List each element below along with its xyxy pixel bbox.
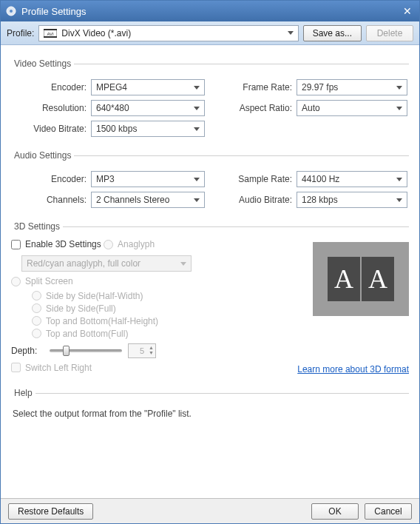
ok-label: OK: [328, 506, 341, 517]
aspect-label: Aspect Ratio:: [231, 103, 297, 113]
anaglyph-mode-combo: Red/cyan anaglyph, full color: [21, 255, 192, 272]
chevron-down-icon: [194, 127, 200, 131]
3d-legend: 3D Settings: [11, 221, 63, 232]
aspect-combo[interactable]: Auto: [297, 100, 407, 116]
framerate-combo[interactable]: 29.97 fps: [297, 79, 407, 95]
tab-full-label: Top and Bottom(Full): [46, 329, 128, 339]
profile-settings-dialog: Profile Settings ✕ Profile: AVI DivX Vid…: [0, 0, 420, 524]
channels-combo[interactable]: 2 Channels Stereo: [91, 192, 205, 208]
titlebar: Profile Settings ✕: [1, 1, 419, 21]
profile-combobox[interactable]: AVI DivX Video (*.avi): [38, 25, 298, 41]
enable-3d-checkbox[interactable]: [11, 240, 21, 249]
ok-button[interactable]: OK: [311, 503, 359, 520]
audio-encoder-combo[interactable]: MP3: [91, 171, 205, 187]
sbs-half-radio: [32, 291, 41, 300]
sbs-full-radio: [32, 303, 41, 313]
sbs-full-label: Side by Side(Full): [46, 303, 116, 314]
audio-bitrate-value: 128 kbps: [302, 195, 396, 205]
save-as-button[interactable]: Save as...: [303, 25, 362, 41]
video-bitrate-label: Video Bitrate:: [11, 124, 91, 134]
resolution-combo[interactable]: 640*480: [91, 100, 205, 116]
video-encoder-label: Encoder:: [11, 82, 91, 93]
audio-bitrate-combo[interactable]: 128 kbps: [297, 192, 407, 208]
help-message: Select the output format from the "Profi…: [11, 406, 409, 419]
delete-label: Delete: [377, 28, 403, 38]
sample-rate-label: Sample Rate:: [231, 174, 297, 184]
chevron-down-icon: [194, 107, 200, 110]
svg-point-1: [10, 10, 13, 13]
avi-format-icon: AVI: [44, 28, 57, 38]
restore-defaults-button[interactable]: Restore Defaults: [8, 503, 93, 520]
chevron-down-icon: [396, 107, 402, 110]
depth-value: 5: [140, 346, 144, 355]
channels-value: 2 Channels Stereo: [96, 195, 194, 205]
chevron-down-icon: [194, 198, 200, 202]
audio-encoder-value: MP3: [96, 174, 194, 184]
switch-lr-label: Switch Left Right: [25, 363, 92, 373]
aspect-value: Auto: [302, 103, 396, 113]
chevron-down-icon: [396, 178, 402, 181]
tab-half-radio: [32, 316, 41, 326]
app-icon: [5, 5, 17, 17]
framerate-label: Frame Rate:: [231, 82, 297, 93]
svg-rect-4: [44, 36, 57, 38]
3d-preview: A A: [313, 242, 409, 316]
content-area: Video Settings Encoder: MPEG4 Frame Rate…: [1, 45, 419, 498]
help-group: Help Select the output format from the "…: [11, 388, 409, 423]
profile-label: Profile:: [7, 28, 34, 38]
slider-thumb[interactable]: [63, 346, 70, 356]
depth-slider[interactable]: [50, 349, 122, 352]
framerate-value: 29.97 fps: [302, 82, 396, 93]
cancel-label: Cancel: [374, 506, 402, 517]
video-legend: Video Settings: [11, 58, 74, 69]
video-bitrate-value: 1500 kbps: [96, 124, 194, 134]
audio-settings-group: Audio Settings Encoder: MP3 Sample Rate:…: [11, 150, 409, 212]
resolution-label: Resolution:: [11, 103, 91, 113]
tab-full-radio: [32, 329, 41, 338]
depth-label: Depth:: [11, 346, 44, 356]
tab-half-label: Top and Bottom(Half-Height): [46, 316, 158, 326]
help-legend: Help: [11, 388, 35, 398]
video-encoder-combo[interactable]: MPEG4: [91, 79, 205, 95]
sample-rate-value: 44100 Hz: [302, 174, 396, 184]
svg-text:AVI: AVI: [47, 31, 55, 36]
sbs-half-label: Side by Side(Half-Width): [46, 291, 143, 301]
audio-legend: Audio Settings: [11, 150, 74, 161]
chevron-down-icon: [194, 178, 200, 181]
save-as-label: Save as...: [313, 28, 352, 38]
close-button[interactable]: ✕: [400, 5, 415, 17]
delete-button: Delete: [366, 25, 413, 41]
svg-rect-3: [44, 29, 57, 30]
dialog-footer: Restore Defaults OK Cancel: [1, 498, 419, 523]
chevron-down-icon: [194, 86, 200, 90]
chevron-down-icon: [180, 262, 186, 266]
anaglyph-radio: [104, 240, 113, 249]
spinner-arrows-icon: ▲▼: [149, 345, 154, 355]
cancel-button[interactable]: Cancel: [365, 503, 412, 520]
window-title: Profile Settings: [21, 6, 400, 17]
learn-more-link[interactable]: Learn more about 3D format: [297, 364, 409, 374]
video-settings-group: Video Settings Encoder: MPEG4 Frame Rate…: [11, 58, 409, 141]
depth-spinner: 5 ▲▼: [128, 343, 156, 358]
split-screen-radio: [11, 277, 21, 286]
chevron-down-icon: [288, 31, 294, 35]
preview-tile-left: A: [328, 257, 360, 301]
preview-tile-right: A: [362, 257, 394, 301]
chevron-down-icon: [396, 198, 402, 202]
switch-lr-checkbox: [11, 363, 21, 372]
audio-bitrate-label: Audio Bitrate:: [231, 195, 297, 205]
audio-encoder-label: Encoder:: [11, 174, 91, 184]
restore-defaults-label: Restore Defaults: [18, 506, 84, 517]
video-encoder-value: MPEG4: [96, 82, 194, 93]
3d-settings-group: 3D Settings Enable 3D Settings Anaglyph …: [11, 221, 409, 379]
split-screen-label: Split Screen: [25, 276, 73, 286]
enable-3d-label: Enable 3D Settings: [25, 239, 101, 249]
chevron-down-icon: [396, 86, 402, 90]
resolution-value: 640*480: [96, 103, 194, 113]
anaglyph-label: Anaglyph: [118, 239, 155, 249]
channels-label: Channels:: [11, 195, 91, 205]
anaglyph-mode-value: Red/cyan anaglyph, full color: [27, 258, 180, 269]
video-bitrate-combo[interactable]: 1500 kbps: [91, 121, 205, 137]
sample-rate-combo[interactable]: 44100 Hz: [297, 171, 407, 187]
profile-value: DivX Video (*.avi): [61, 28, 282, 38]
